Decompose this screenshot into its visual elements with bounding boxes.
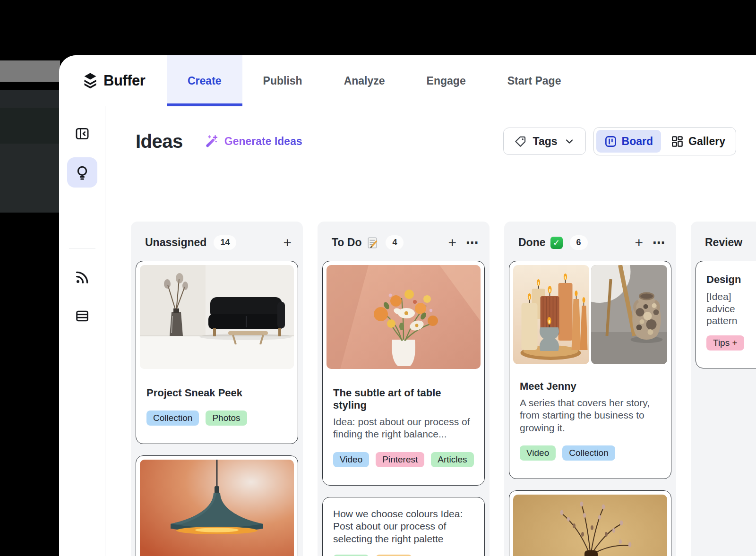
tag-collection[interactable]: Collection [562,445,615,461]
tag-icon [514,135,527,148]
idea-card[interactable]: The subtle art of table styling Idea: po… [322,261,485,486]
gallery-grid-icon [671,135,684,148]
column-unassigned: Unassigned 14 + [131,222,303,556]
board-view-label: Board [622,135,653,148]
collapse-sidebar-button[interactable] [67,119,97,149]
card-title: Project Sneak Peek [146,387,288,399]
card-description: A series that covers her story, from sta… [520,397,662,434]
column-header: Unassigned 14 + [131,222,303,251]
top-navigation: Buffer Create Publish Analyze Engage Sta… [59,55,756,106]
column-count-badge: 14 [214,235,236,250]
card-tags: Video Collection [520,445,662,461]
card-image-dried-flowers-vase [513,495,667,556]
tag-pinterest[interactable]: Pinterest [376,452,424,467]
board-view-button[interactable]: Board [596,130,661,153]
logo-text: Buffer [103,72,145,89]
background-window-strip [0,144,59,213]
card-description: Idea: post about our process of finding … [333,416,475,441]
column-title: Done ✓ [518,236,563,249]
page-title: Ideas [136,131,183,152]
column-review: Review Design [Idea] advice pattern [691,222,756,556]
gallery-view-button[interactable]: Gallery [663,130,733,153]
sidebar-item-content[interactable] [67,301,97,331]
idea-card[interactable]: Quick Room Makeovers Time-lapse or video… [136,455,298,556]
buffer-logo-icon [82,72,99,89]
tab-publish[interactable]: Publish [242,55,323,106]
page-header: Ideas Generate Ideas [136,127,736,155]
card-body: Design [Idea] advice pattern Tips + [696,261,756,364]
card-image-living-room-sofa [140,265,294,369]
view-toggle: Board Gallery [593,127,736,155]
gallery-view-label: Gallery [688,135,725,148]
tags-button-label: Tags [533,135,558,148]
magic-wand-icon [205,134,219,148]
column-count-badge: 6 [570,235,588,250]
background-window-strip [0,90,59,108]
tag-video[interactable]: Video [333,452,369,467]
rss-feed-icon [74,269,90,285]
tab-analyze[interactable]: Analyze [323,55,406,106]
column-count-badge: 4 [386,235,404,250]
nav-tabs: Create Publish Analyze Engage Start Page [167,55,582,106]
card-list: Meet Jenny A series that covers her stor… [504,251,676,556]
generate-ideas-button[interactable]: Generate Ideas [205,134,302,148]
card-image-row [513,265,667,364]
tags-filter-button[interactable]: Tags [503,128,586,155]
card-list: Design [Idea] advice pattern Tips + [691,251,756,373]
column-header: Review [691,222,756,251]
card-title: Meet Jenny [520,380,662,393]
card-image-flower-bouquet [326,265,481,369]
card-tags: Tips + [706,335,756,351]
ideas-board: Unassigned 14 + [131,222,756,556]
tag-tips[interactable]: Tips + [706,335,744,351]
idea-card[interactable]: All About Earth Tones [509,490,671,556]
tag-photos[interactable]: Photos [206,411,247,426]
collapse-panel-icon [74,126,90,142]
buffer-logo[interactable]: Buffer [82,55,145,106]
column-header: Done ✓ 6 + ⋯ [504,222,676,251]
column-done: Done ✓ 6 + ⋯ [504,222,676,556]
column-title: To Do [332,236,378,249]
card-body: The subtle art of table styling Idea: po… [323,373,484,485]
tab-start-page[interactable]: Start Page [487,55,582,106]
buffer-app-window: Buffer Create Publish Analyze Engage Sta… [59,55,756,556]
idea-card[interactable]: How we choose colours Idea: Post about o… [322,497,485,556]
add-idea-button[interactable]: + [635,236,643,250]
memo-emoji [366,237,378,249]
chevron-down-icon [564,136,575,147]
column-title: Review [705,236,742,249]
sidebar-divider [69,248,95,248]
column-menu-button[interactable]: ⋯ [653,237,665,249]
main-content: Ideas Generate Ideas [105,106,756,556]
add-idea-button[interactable]: + [283,236,292,250]
add-idea-button[interactable]: + [448,236,456,250]
check-emoji: ✓ [550,237,563,249]
card-list: The subtle art of table styling Idea: po… [318,251,490,556]
sidebar-item-feed[interactable] [67,262,97,292]
card-image-rustic-vase [591,265,667,364]
card-image-teal-pendant-lamp [140,460,294,556]
card-body: Meet Jenny A series that covers her stor… [509,368,671,479]
tag-video[interactable]: Video [520,445,556,461]
sidebar-item-ideas[interactable] [67,157,97,188]
tab-engage[interactable]: Engage [406,55,487,106]
lightbulb-icon [74,164,91,181]
card-list: Project Sneak Peek Collection Photos [131,251,303,556]
background-window-strip [0,108,59,144]
card-title: The subtle art of table styling [333,387,475,411]
card-text-lines: [Idea] advice pattern [706,291,756,327]
tab-create[interactable]: Create [167,55,242,106]
kanban-board-icon [604,135,617,148]
background-window-titlebar [0,60,60,82]
column-header: To Do 4 + ⋯ [318,222,490,251]
idea-card[interactable]: Project Sneak Peek Collection Photos [136,261,298,444]
tag-articles[interactable]: Articles [431,452,473,467]
idea-card[interactable]: Meet Jenny A series that covers her stor… [509,261,671,479]
idea-card[interactable]: Design [Idea] advice pattern Tips + [696,261,756,368]
column-title: Unassigned [145,236,206,249]
card-tags: Video Pinterest Articles [333,452,475,467]
tag-collection[interactable]: Collection [146,411,199,426]
icon-sidebar [59,106,105,556]
card-tags: Collection Photos [146,411,288,426]
column-menu-button[interactable]: ⋯ [466,237,478,249]
